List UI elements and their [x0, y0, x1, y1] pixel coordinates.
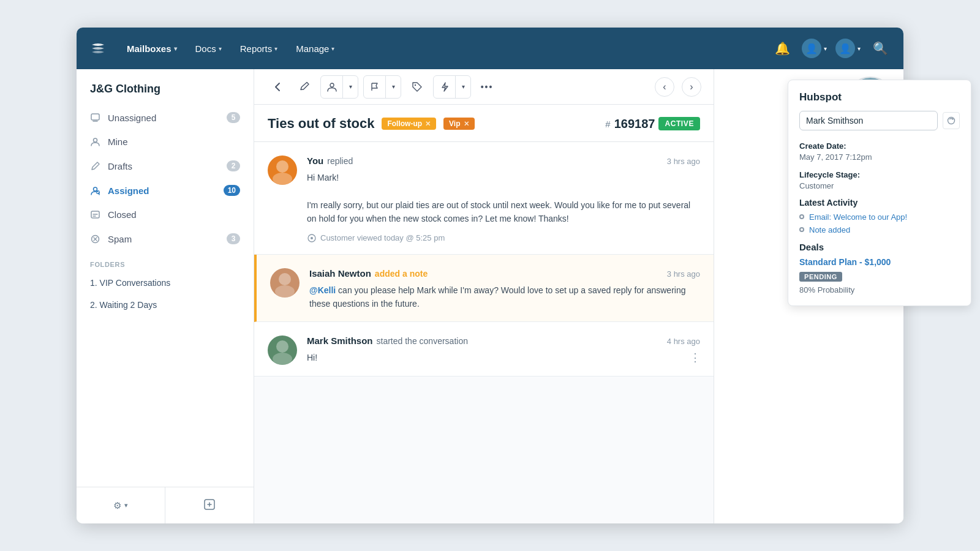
mark-body: Hi!	[307, 351, 700, 364]
svg-point-17	[273, 353, 292, 365]
bolt-chevron-icon: ▾	[462, 83, 465, 90]
nav-docs[interactable]: Docs ▾	[188, 40, 229, 58]
top-nav: Mailboxes ▾ Docs ▾ Reports ▾ Manage ▾ 🔔 …	[77, 28, 903, 69]
closed-icon	[90, 209, 100, 220]
mark-message-content: Mark Smithson started the conversation 4…	[307, 335, 700, 365]
mark-time: 4 hrs ago	[667, 337, 700, 346]
sidebar: J&G Clothing Unassigned 5 Mine	[77, 69, 254, 523]
isaiah-body: @Kelli can you please help Mark while I'…	[309, 283, 700, 311]
compose-button[interactable]	[165, 487, 254, 523]
nav-reports[interactable]: Reports ▾	[233, 40, 285, 58]
mailboxes-chevron-icon: ▾	[174, 45, 177, 52]
flag-button[interactable]	[364, 76, 386, 98]
bolt-chevron-button[interactable]: ▾	[456, 76, 470, 98]
tag-followup-close[interactable]: ✕	[425, 120, 431, 128]
svg-point-8	[330, 83, 334, 87]
assigned-icon	[90, 186, 100, 196]
tag-button[interactable]	[406, 76, 428, 98]
sidebar-item-closed[interactable]: Closed	[77, 203, 254, 227]
conv-title-row: Ties out of stock Follow-up ✕ Vip ✕ # 16…	[268, 116, 700, 132]
back-button[interactable]	[266, 76, 288, 98]
sidebar-item-assigned[interactable]: Assigned 10	[77, 178, 254, 203]
docs-chevron-icon: ▾	[219, 45, 222, 52]
user-avatar-button[interactable]: 👤 ▾	[802, 39, 827, 58]
folder-waiting[interactable]: 2. Waiting 2 Days	[77, 294, 254, 316]
search-button[interactable]: 🔍	[869, 37, 891, 59]
spam-icon	[90, 234, 100, 244]
you-avatar	[268, 156, 297, 185]
settings-button[interactable]: ⚙ ▾	[77, 487, 165, 523]
nav-manage[interactable]: Manage ▾	[288, 40, 342, 58]
next-conversation-button[interactable]: ›	[682, 77, 701, 97]
message-mark: Mark Smithson started the conversation 4…	[254, 322, 714, 377]
app-container: Mailboxes ▾ Docs ▾ Reports ▾ Manage ▾ 🔔 …	[77, 28, 903, 523]
reports-chevron-icon: ▾	[274, 45, 277, 52]
activity-dot-1	[799, 214, 804, 219]
svg-point-9	[415, 84, 416, 85]
isaiah-action: added a note	[375, 269, 428, 279]
you-message-content: You replied 3 hrs ago Hi Mark! I'm reall…	[307, 156, 700, 243]
assign-button[interactable]	[321, 76, 343, 98]
sidebar-nav: Unassigned 5 Mine Drafts 2	[77, 105, 254, 487]
hubspot-title: Hubspot	[799, 91, 903, 103]
nav-right: 🔔 👤 ▾ 👤 ▾ 🔍	[771, 37, 891, 59]
sidebar-item-spam[interactable]: Spam 3	[77, 227, 254, 251]
message-isaiah: Isaiah Newton added a note 3 hrs ago @Ke…	[254, 255, 714, 323]
isaiah-avatar	[270, 268, 300, 298]
bolt-button[interactable]	[434, 76, 456, 98]
prev-icon: ‹	[663, 81, 666, 92]
hubspot-contact-select[interactable]: Mark Smithson	[799, 111, 903, 130]
contact-avatar-button[interactable]: 👤 ▾	[835, 39, 861, 58]
unassigned-count: 5	[227, 112, 240, 123]
svg-point-11	[273, 173, 292, 185]
conv-toolbar: ▾ ▾	[254, 69, 714, 105]
isaiah-sender: Isaiah Newton	[309, 268, 371, 279]
prev-conversation-button[interactable]: ‹	[655, 77, 674, 97]
spam-count: 3	[227, 233, 240, 244]
assigned-count: 10	[224, 185, 240, 196]
assign-chevron-button[interactable]: ▾	[343, 76, 358, 98]
svg-point-14	[279, 273, 291, 285]
activity-dot-2	[799, 227, 804, 232]
you-sender: You	[307, 156, 323, 166]
hubspot-activity-item-2[interactable]: Note added	[799, 225, 903, 234]
sidebar-item-unassigned[interactable]: Unassigned 5	[77, 105, 254, 130]
sidebar-item-mine[interactable]: Mine	[77, 130, 254, 154]
sidebar-item-drafts[interactable]: Drafts 2	[77, 154, 254, 178]
more-icon: •••	[481, 82, 494, 92]
drafts-count: 2	[227, 160, 240, 171]
deal-badge: PENDING	[799, 272, 842, 282]
hubspot-create-date-field: Create Date: May 7, 2017 7:12pm	[799, 140, 903, 162]
folder-vip[interactable]: 1. VIP Conversations	[77, 272, 254, 294]
conversation-panel: ▾ ▾	[254, 69, 714, 523]
svg-point-13	[311, 237, 313, 239]
svg-point-2	[94, 187, 97, 191]
hubspot-select-row: Mark Smithson	[799, 111, 903, 130]
tag-vip-close[interactable]: ✕	[464, 120, 469, 128]
mine-icon	[90, 137, 100, 147]
hubspot-card: Hubspot Mark Smithson Create Date: May 7…	[788, 80, 903, 306]
more-button[interactable]: •••	[476, 76, 498, 98]
flag-chevron-button[interactable]: ▾	[386, 76, 401, 98]
deal-name[interactable]: Standard Plan - $1,000	[799, 257, 903, 267]
hubspot-activity-item-1[interactable]: Email: Welcome to our App!	[799, 212, 903, 222]
compose-icon	[203, 498, 216, 512]
manage-chevron-icon: ▾	[331, 45, 334, 52]
contact-avatar: 👤	[835, 39, 855, 58]
notification-button[interactable]: 🔔	[771, 37, 793, 59]
edit-button[interactable]	[293, 76, 315, 98]
mark-message-more-button[interactable]: ⋮	[687, 349, 704, 366]
main-body: J&G Clothing Unassigned 5 Mine	[77, 69, 903, 523]
you-action: replied	[327, 156, 353, 166]
tag-vip: Vip ✕	[443, 118, 474, 130]
nav-mailboxes[interactable]: Mailboxes ▾	[119, 40, 184, 58]
sidebar-title: J&G Clothing	[77, 69, 254, 105]
deal-probability: 80% Probability	[799, 285, 903, 294]
assign-btn-group: ▾	[320, 75, 358, 99]
nav-items: Mailboxes ▾ Docs ▾ Reports ▾ Manage ▾	[119, 40, 771, 58]
viewed-indicator: Customer viewed today @ 5:25 pm	[307, 233, 700, 243]
hubspot-latest-activity-title: Latest Activity	[799, 198, 903, 208]
hubspot-deals-title: Deals	[799, 242, 903, 252]
conv-id: # 169187 ACTIVE	[605, 117, 700, 131]
svg-point-1	[94, 138, 97, 142]
